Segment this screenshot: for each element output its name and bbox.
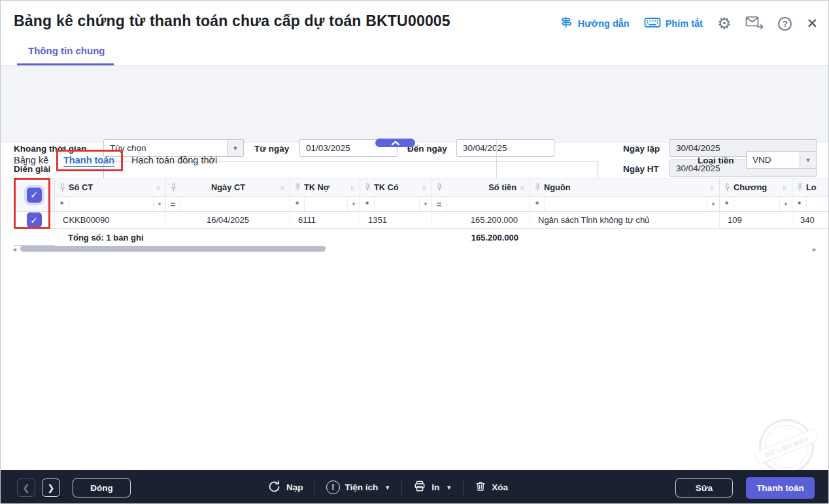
filter-tk-co: * ▼ — [360, 197, 432, 212]
edit-button[interactable]: Sửa — [675, 478, 733, 497]
scroll-left-icon[interactable]: ◄ — [11, 246, 18, 253]
filter-tk-no: * ▼ — [290, 197, 360, 212]
scroll-right-icon[interactable]: ► — [811, 246, 818, 253]
mail-send-icon — [745, 16, 764, 31]
filter-input[interactable] — [544, 197, 707, 211]
tab-general-info[interactable]: Thông tin chung — [28, 45, 105, 56]
cell-chuong[interactable]: 109 — [720, 212, 792, 229]
created-date-label: Ngày lập — [623, 144, 660, 154]
shortcut-link[interactable]: Phím tắt — [644, 16, 703, 31]
tab-thanh-toan[interactable]: Thanh toán — [63, 155, 114, 165]
chevron-down-icon[interactable]: ▼ — [347, 197, 360, 211]
filter-input[interactable] — [180, 197, 290, 211]
chevron-down-icon[interactable]: ▼ — [779, 197, 792, 211]
period-select[interactable]: Tùy chọn ▼ — [103, 139, 244, 157]
separator — [314, 480, 315, 495]
cell-so-ct[interactable]: CKKB00090 — [55, 212, 166, 229]
horizontal-scrollbar[interactable] — [20, 246, 326, 252]
filter-input[interactable] — [806, 197, 829, 211]
chevron-down-icon: ▼ — [383, 484, 390, 491]
keyboard-icon — [644, 16, 661, 31]
cell-tk-co[interactable]: 1351 — [360, 212, 432, 229]
tab-bang-ke[interactable]: Bảng kê — [14, 155, 48, 165]
print-button[interactable]: In ▼ — [413, 480, 452, 495]
pin-icon[interactable] — [365, 183, 371, 192]
cell-nguon[interactable]: Ngân sách Tỉnh không tự chủ — [530, 212, 720, 229]
help-button[interactable]: ? — [778, 17, 792, 31]
chevron-down-icon[interactable]: ▼ — [419, 197, 431, 211]
filter-ngay-ct: = — [166, 197, 290, 212]
column-header-so-tien[interactable]: Số tiền ↑↓ — [432, 178, 530, 197]
utilities-button[interactable]: ⋮ Tiện ích ▼ — [326, 480, 391, 494]
row-checkbox[interactable]: ✓ — [27, 212, 42, 227]
trash-icon — [475, 480, 486, 495]
summary-spacer — [530, 229, 829, 246]
period-label: Khoảng thời gian — [14, 144, 87, 154]
chevron-down-icon: ▼ — [800, 152, 816, 168]
chevron-down-icon: ▼ — [227, 140, 243, 156]
pay-button[interactable]: Thanh toán — [746, 477, 815, 499]
column-header-ngay-ct[interactable]: Ngày CT ↑↓ — [166, 178, 290, 197]
filter-input[interactable] — [69, 197, 153, 211]
cell-ngay-ct[interactable]: 16/04/2025 — [166, 212, 290, 229]
sort-icon[interactable]: ↑↓ — [156, 184, 161, 192]
sort-icon[interactable]: ↑↓ — [350, 184, 355, 192]
pin-icon[interactable] — [437, 183, 443, 192]
settings-button[interactable]: ⚙ — [717, 16, 732, 31]
filter-loai: * — [792, 197, 829, 212]
filter-input[interactable] — [446, 197, 530, 211]
summary-spacer — [14, 229, 55, 246]
help-icon: ? — [778, 17, 792, 31]
cell-tk-no[interactable]: 6111 — [290, 212, 360, 229]
delete-button[interactable]: Xóa — [475, 480, 508, 495]
gear-icon: ⚙ — [717, 16, 732, 31]
feedback-button[interactable] — [745, 16, 764, 31]
sort-icon[interactable]: ↑↓ — [709, 184, 715, 192]
column-header-nguon[interactable]: Nguồn ↑↓ — [530, 178, 720, 197]
sort-icon[interactable]: ↑↓ — [782, 184, 787, 192]
column-header-tk-no[interactable]: TK Nợ ↑↓ — [290, 178, 360, 197]
column-header-loai[interactable]: Lo — [792, 178, 829, 197]
pin-icon[interactable] — [295, 183, 301, 192]
to-date-input[interactable] — [456, 139, 554, 157]
column-header-tk-co[interactable]: TK Có ↑↓ — [360, 178, 432, 197]
sort-icon[interactable]: ↑↓ — [280, 184, 285, 192]
separator — [463, 480, 464, 495]
cell-loai[interactable]: 340 — [792, 212, 829, 229]
utilities-icon: ⋮ — [326, 480, 340, 494]
tab-hach-toan-dong-thoi[interactable]: Hạch toán đồng thời — [131, 155, 217, 165]
prev-record-button[interactable]: ❮ — [17, 479, 35, 497]
page-title: Bảng kê chứng từ thanh toán chưa cấp dự … — [14, 12, 450, 30]
close-button[interactable]: ✕ — [806, 16, 818, 31]
total-amount: 165.200.000 — [432, 229, 530, 246]
close-icon: ✕ — [806, 16, 818, 31]
select-all-checkbox[interactable]: ✓ — [27, 188, 42, 203]
sort-icon[interactable]: ↑↓ — [520, 184, 525, 192]
pin-icon[interactable] — [797, 183, 803, 192]
guide-link[interactable]: Hướng dẫn — [560, 16, 630, 31]
collapse-panel-button[interactable] — [375, 139, 415, 147]
pin-icon[interactable] — [535, 183, 541, 192]
payment-voucher-modal: Bảng kê chứng từ thanh toán chưa cấp dự … — [0, 0, 829, 504]
column-header-chuong[interactable]: Chương ↑↓ — [720, 178, 792, 197]
close-record-button[interactable]: Đóng — [73, 478, 131, 497]
column-header-so-ct[interactable]: Số CT ↑↓ — [55, 178, 166, 197]
next-record-button[interactable]: ❯ — [42, 479, 60, 497]
chevron-down-icon[interactable]: ▼ — [707, 197, 719, 211]
filter-input[interactable] — [734, 197, 779, 211]
reload-button[interactable]: Nạp — [267, 480, 303, 496]
pin-icon[interactable] — [724, 183, 730, 192]
cell-so-tien[interactable]: 165.200.000 — [432, 212, 530, 229]
action-bar-center: Nạp ⋮ Tiện ích ▼ In ▼ Xóa — [267, 470, 508, 504]
pin-icon[interactable] — [171, 183, 177, 192]
chevron-left-icon: ❮ — [23, 483, 30, 493]
row-checkbox-cell: ✓ — [14, 212, 55, 229]
pin-icon[interactable] — [59, 183, 65, 192]
sort-icon[interactable]: ↑↓ — [422, 184, 427, 192]
currency-select[interactable]: VND ▼ — [746, 151, 817, 169]
chevron-down-icon[interactable]: ▼ — [153, 197, 165, 211]
filter-nguon: * ▼ — [530, 197, 720, 212]
filter-input[interactable] — [304, 197, 347, 211]
filter-input[interactable] — [374, 197, 419, 211]
separator — [401, 480, 402, 495]
